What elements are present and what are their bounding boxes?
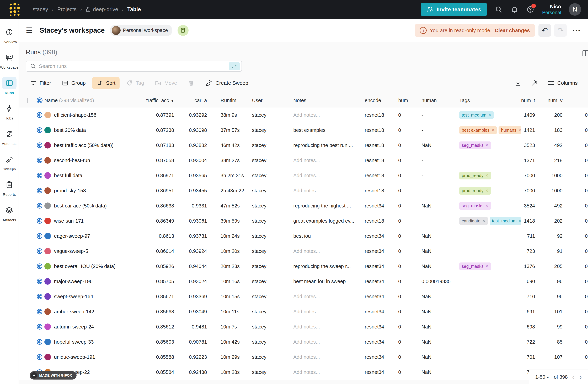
run-name-link[interactable]: autumn-sweep-24 [54,324,94,330]
run-visibility-toggle[interactable] [35,232,44,239]
run-visibility-toggle[interactable] [35,278,44,285]
run-notes-placeholder[interactable]: Add notes... [293,309,320,314]
notifications-bell-icon[interactable] [510,5,519,14]
tag-remove-icon[interactable]: ✕ [488,113,491,117]
run-notes-placeholder[interactable]: Add notes... [293,188,320,193]
visibility-eye-icon[interactable] [35,97,44,104]
run-name-link[interactable]: best overall IOU (20% data) [54,264,116,269]
run-visibility-toggle[interactable] [35,323,44,330]
run-notes[interactable]: best mean iou in sweep [293,279,346,284]
menu-icon[interactable]: ☰ [26,27,34,34]
column-header-car-a[interactable]: car_a [175,94,216,107]
group-button[interactable]: Group [58,77,90,89]
run-visibility-toggle[interactable] [35,127,44,134]
run-visibility-toggle[interactable] [35,112,44,118]
page-range-dropdown[interactable]: 1-50▼ [535,374,549,380]
user-menu[interactable]: Nico Personal [542,3,561,16]
select-all-checkbox[interactable] [27,98,28,103]
regex-toggle-button[interactable]: .* [229,62,240,70]
run-notes-placeholder[interactable]: Add notes... [293,324,320,329]
run-notes[interactable]: best iou [293,233,311,239]
user-avatar[interactable]: N [569,3,581,16]
sort-button[interactable]: Sort [92,77,120,89]
run-name-link[interactable]: best traffic acc (50% data)) [54,142,114,148]
workspace-doc-button[interactable] [178,25,189,36]
magic-wand-button[interactable] [527,77,542,89]
run-visibility-toggle[interactable] [35,172,44,179]
run-name-link[interactable]: wise-sun-171 [54,218,84,224]
columns-button[interactable]: Columns [544,77,581,89]
run-visibility-toggle[interactable] [35,157,44,164]
run-notes-placeholder[interactable]: Add notes... [293,294,320,299]
run-notes-placeholder[interactable]: Add notes... [293,173,320,178]
clear-changes-link[interactable]: Clear changes [495,27,530,33]
help-icon[interactable] [526,5,534,14]
run-notes-placeholder[interactable]: Add notes... [293,158,320,163]
tag-remove-icon[interactable]: ✕ [518,219,521,223]
run-notes[interactable]: great examples logged ev... [293,218,354,224]
column-header-name[interactable]: Name (398 visualized) [44,98,141,103]
run-notes-placeholder[interactable]: Add notes... [293,339,320,345]
column-header-num-t[interactable]: num_t [521,98,540,103]
column-header-notes[interactable]: Notes [289,98,360,103]
breadcrumb-user[interactable]: stacey [33,6,48,13]
run-name-link[interactable]: best car acc (50% data) [54,203,107,209]
sidebar-item-sweeps[interactable]: Sweeps [0,151,19,175]
sidebar-item-artifacts[interactable]: Artifacts [0,201,19,226]
run-notes-placeholder[interactable]: Add notes... [293,354,320,360]
column-header-runtime[interactable]: Runtim [216,98,248,103]
run-notes[interactable]: best examples [293,127,325,133]
column-header-human-i[interactable]: human_i [417,98,455,103]
column-header-encoder[interactable]: encode [360,98,394,103]
run-name-link[interactable]: eager-sweep-97 [54,233,90,239]
wandb-logo-icon[interactable] [7,2,33,17]
run-visibility-toggle[interactable] [35,354,44,361]
sidebar-item-jobs[interactable]: Jobs [0,100,19,124]
next-page-button[interactable]: › [579,373,582,381]
run-name-link[interactable]: vague-sweep-5 [54,248,88,254]
column-header-hum[interactable]: hum [394,98,417,103]
run-notes-placeholder[interactable]: Add notes... [293,248,320,254]
undo-button[interactable]: ↶ [538,24,551,37]
tag-remove-icon[interactable]: ✕ [485,264,488,269]
run-notes[interactable]: reproducing the best run ... [293,142,353,148]
run-name-link[interactable]: swept-sweep-164 [54,294,93,299]
run-name-link[interactable]: best full data [54,173,82,178]
filter-button[interactable]: Filter [26,77,55,89]
breadcrumb-project[interactable]: deep-drive [86,6,118,13]
tag-remove-icon[interactable]: ✕ [491,128,494,133]
export-runs-button[interactable] [511,77,525,89]
run-name-link[interactable]: unique-sweep-191 [54,354,95,360]
sidebar-item-reports[interactable]: Reports [0,176,19,200]
table-layout-icon[interactable] [583,50,588,56]
more-options-button[interactable]: ••• [572,27,581,33]
run-name-link[interactable]: efficient-shape-156 [54,112,96,118]
prev-page-button[interactable]: ‹ [572,373,575,381]
tag-remove-icon[interactable]: ✕ [485,173,488,178]
sidebar-item-workspace[interactable]: Workspace [0,49,19,73]
run-notes-placeholder[interactable]: Add notes... [293,369,320,375]
workspace-type-badge[interactable]: Personal workspace [110,25,172,36]
tag-remove-icon[interactable]: ✕ [485,188,488,193]
run-visibility-toggle[interactable] [35,142,44,149]
run-visibility-toggle[interactable] [35,338,44,345]
run-visibility-toggle[interactable] [35,217,44,224]
run-notes-placeholder[interactable]: Add notes... [293,112,320,118]
run-name-link[interactable]: hopeful-sweep-33 [54,339,94,345]
run-name-link[interactable]: best 20% data [54,127,86,133]
redo-button[interactable]: ↷ [554,24,567,37]
tag-remove-icon[interactable]: ✕ [485,204,488,208]
column-header-num-v[interactable]: num_v [540,98,567,103]
column-header-user[interactable]: User [248,98,289,103]
sidebar-item-automat[interactable]: Automat. [0,125,19,149]
run-visibility-toggle[interactable] [35,308,44,315]
search-icon[interactable] [495,5,503,14]
run-notes[interactable]: reproducing the sweep r... [293,264,351,269]
run-visibility-toggle[interactable] [35,202,44,209]
column-header-tags[interactable]: Tags [455,98,521,103]
run-visibility-toggle[interactable] [35,187,44,194]
create-sweep-button[interactable]: Create Sweep [201,77,252,89]
run-visibility-toggle[interactable] [35,293,44,300]
run-visibility-toggle[interactable] [35,248,44,255]
tag-remove-icon[interactable]: ✕ [518,128,521,133]
